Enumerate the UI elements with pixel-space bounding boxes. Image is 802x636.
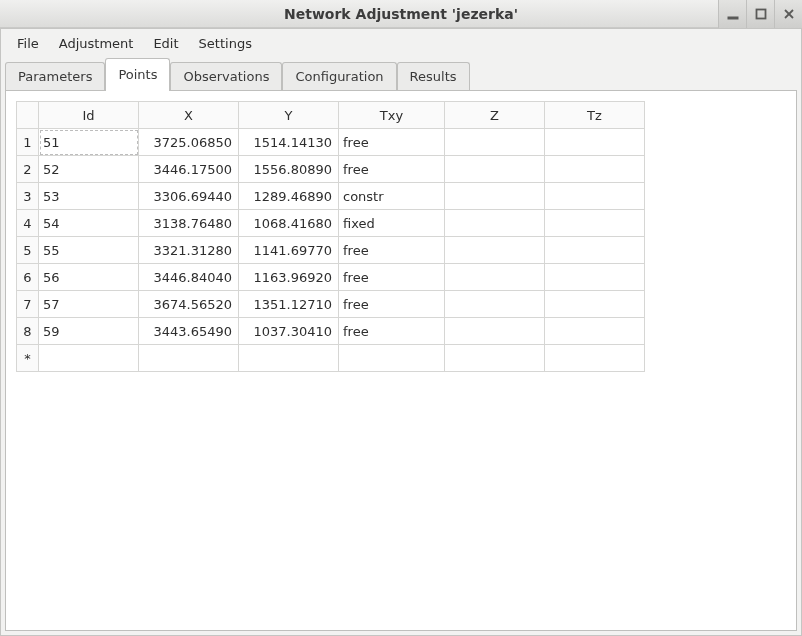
minimize-icon (727, 8, 739, 20)
tab-configuration[interactable]: Configuration (282, 62, 396, 90)
cell-tz[interactable] (545, 129, 645, 156)
cell-tz[interactable] (545, 237, 645, 264)
cell-id[interactable]: 56 (39, 264, 139, 291)
cell-id[interactable]: 52 (39, 156, 139, 183)
tabbar: Parameters Points Observations Configura… (1, 58, 801, 90)
tab-content: Id X Y Txy Z Tz 1513725.068501514.14130f… (5, 90, 797, 631)
cell-x[interactable] (139, 345, 239, 372)
row-number[interactable]: 8 (17, 318, 39, 345)
table-row[interactable]: 4543138.764801068.41680fixed (17, 210, 645, 237)
menu-file[interactable]: File (9, 33, 47, 54)
cell-x[interactable]: 3306.69440 (139, 183, 239, 210)
table-row[interactable]: 5553321.312801141.69770free (17, 237, 645, 264)
cell-id[interactable]: 59 (39, 318, 139, 345)
maximize-button[interactable] (746, 0, 774, 28)
table-row[interactable]: 7573674.565201351.12710free (17, 291, 645, 318)
cell-z[interactable] (445, 264, 545, 291)
cell-tz[interactable] (545, 345, 645, 372)
menu-adjustment[interactable]: Adjustment (51, 33, 142, 54)
cell-id[interactable]: 53 (39, 183, 139, 210)
table-row[interactable]: 2523446.175001556.80890free (17, 156, 645, 183)
table-new-row[interactable]: * (17, 345, 645, 372)
table-row[interactable]: 3533306.694401289.46890constr (17, 183, 645, 210)
col-header-txy[interactable]: Txy (339, 102, 445, 129)
cell-txy[interactable]: free (339, 156, 445, 183)
svg-rect-1 (756, 10, 765, 19)
cell-txy[interactable]: free (339, 318, 445, 345)
cell-y[interactable]: 1068.41680 (239, 210, 339, 237)
row-number[interactable]: 1 (17, 129, 39, 156)
cell-y[interactable]: 1289.46890 (239, 183, 339, 210)
row-number[interactable]: 6 (17, 264, 39, 291)
row-number[interactable]: 3 (17, 183, 39, 210)
cell-x[interactable]: 3674.56520 (139, 291, 239, 318)
cell-z[interactable] (445, 318, 545, 345)
cell-id[interactable]: 57 (39, 291, 139, 318)
row-number[interactable]: 4 (17, 210, 39, 237)
menubar: File Adjustment Edit Settings (1, 29, 801, 58)
table-row[interactable]: 8593443.654901037.30410free (17, 318, 645, 345)
cell-x[interactable]: 3321.31280 (139, 237, 239, 264)
close-button[interactable] (774, 0, 802, 28)
cell-z[interactable] (445, 345, 545, 372)
cell-x[interactable]: 3725.06850 (139, 129, 239, 156)
cell-z[interactable] (445, 210, 545, 237)
cell-id[interactable] (39, 345, 139, 372)
cell-txy[interactable]: free (339, 264, 445, 291)
tab-parameters[interactable]: Parameters (5, 62, 105, 90)
col-header-id[interactable]: Id (39, 102, 139, 129)
cell-y[interactable]: 1556.80890 (239, 156, 339, 183)
cell-tz[interactable] (545, 291, 645, 318)
cell-x[interactable]: 3446.17500 (139, 156, 239, 183)
row-number[interactable]: 7 (17, 291, 39, 318)
col-header-z[interactable]: Z (445, 102, 545, 129)
tab-points[interactable]: Points (105, 58, 170, 90)
cell-id[interactable]: 55 (39, 237, 139, 264)
cell-tz[interactable] (545, 264, 645, 291)
row-number[interactable]: 2 (17, 156, 39, 183)
cell-x[interactable]: 3443.65490 (139, 318, 239, 345)
cell-x[interactable]: 3138.76480 (139, 210, 239, 237)
cell-z[interactable] (445, 291, 545, 318)
row-number[interactable]: 5 (17, 237, 39, 264)
menu-edit[interactable]: Edit (145, 33, 186, 54)
cell-z[interactable] (445, 129, 545, 156)
minimize-button[interactable] (718, 0, 746, 28)
cell-z[interactable] (445, 237, 545, 264)
cell-z[interactable] (445, 156, 545, 183)
cell-tz[interactable] (545, 156, 645, 183)
cell-txy[interactable]: free (339, 237, 445, 264)
cell-y[interactable] (239, 345, 339, 372)
table-row[interactable]: 6563446.840401163.96920free (17, 264, 645, 291)
cell-txy[interactable]: free (339, 291, 445, 318)
tab-observations[interactable]: Observations (170, 62, 282, 90)
cell-z[interactable] (445, 183, 545, 210)
cell-y[interactable]: 1163.96920 (239, 264, 339, 291)
cell-id[interactable]: 54 (39, 210, 139, 237)
cell-tz[interactable] (545, 210, 645, 237)
row-number[interactable]: * (17, 345, 39, 372)
col-header-y[interactable]: Y (239, 102, 339, 129)
cell-y[interactable]: 1141.69770 (239, 237, 339, 264)
col-header-tz[interactable]: Tz (545, 102, 645, 129)
cell-txy[interactable]: constr (339, 183, 445, 210)
points-table[interactable]: Id X Y Txy Z Tz 1513725.068501514.14130f… (16, 101, 645, 372)
col-header-rownum[interactable] (17, 102, 39, 129)
cell-tz[interactable] (545, 318, 645, 345)
cell-txy[interactable] (339, 345, 445, 372)
table-wrap: Id X Y Txy Z Tz 1513725.068501514.14130f… (16, 101, 786, 620)
col-header-x[interactable]: X (139, 102, 239, 129)
cell-tz[interactable] (545, 183, 645, 210)
cell-id[interactable]: 51 (39, 129, 139, 156)
close-icon (783, 8, 795, 20)
tab-results[interactable]: Results (397, 62, 470, 90)
cell-txy[interactable]: free (339, 129, 445, 156)
cell-y[interactable]: 1037.30410 (239, 318, 339, 345)
menu-settings[interactable]: Settings (191, 33, 260, 54)
cell-x[interactable]: 3446.84040 (139, 264, 239, 291)
table-row[interactable]: 1513725.068501514.14130free (17, 129, 645, 156)
cell-txy[interactable]: fixed (339, 210, 445, 237)
window-title: Network Adjustment 'jezerka' (284, 6, 518, 22)
cell-y[interactable]: 1351.12710 (239, 291, 339, 318)
cell-y[interactable]: 1514.14130 (239, 129, 339, 156)
